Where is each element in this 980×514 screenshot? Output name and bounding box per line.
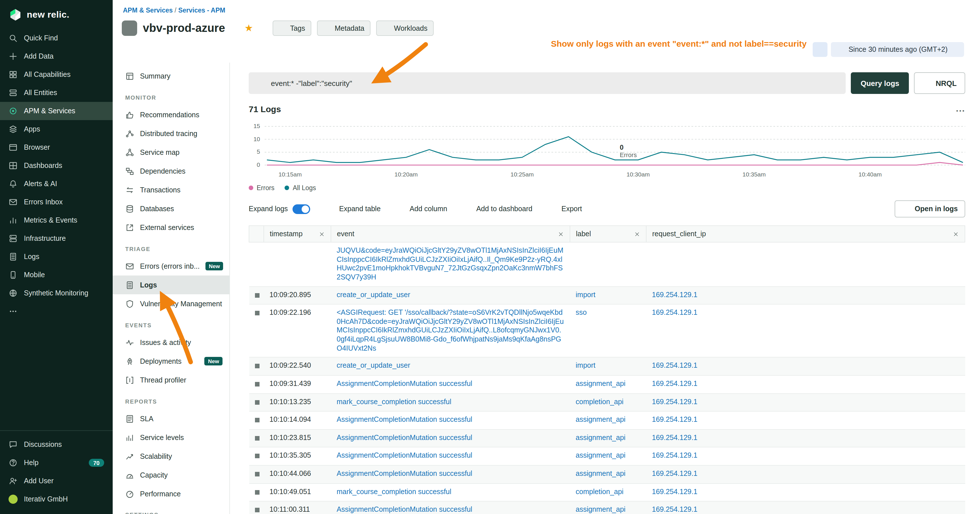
title-chevron-down-icon[interactable] xyxy=(231,25,238,32)
label-link[interactable]: assignment_api xyxy=(576,506,625,514)
row-marker[interactable] xyxy=(255,418,259,422)
subnav-item-service-map[interactable]: Service map xyxy=(113,143,229,162)
sidebar-item-quick-find[interactable]: Quick Find xyxy=(0,29,113,47)
sidebar-item-errors-inbox[interactable]: Errors Inbox xyxy=(0,193,113,211)
row-marker[interactable] xyxy=(255,436,259,441)
permalink-icon[interactable] xyxy=(958,7,967,16)
subnav-item-distributed-tracing[interactable]: Distributed tracing xyxy=(113,124,229,143)
label-link[interactable]: import xyxy=(576,291,595,299)
sidebar-item-browser[interactable]: Browser xyxy=(0,138,113,156)
legend-item-errors[interactable]: Errors xyxy=(249,185,275,191)
subnav-item-service-levels[interactable]: Service levels xyxy=(113,428,229,447)
event-link[interactable]: mark_course_completion successful xyxy=(337,487,451,495)
event-link[interactable]: AssignmentCompletionMutation successful xyxy=(337,380,473,388)
favorite-star-icon[interactable]: ★ xyxy=(245,23,253,33)
event-link[interactable]: AssignmentCompletionMutation successful xyxy=(337,415,473,423)
ip-link[interactable]: 169.254.129.1 xyxy=(652,487,697,495)
query-logs-button[interactable]: Query logs xyxy=(851,72,909,94)
breadcrumb-services-apm[interactable]: Services - APM xyxy=(178,7,225,14)
label-link[interactable]: completion_api xyxy=(576,398,624,406)
ip-link[interactable]: 169.254.129.1 xyxy=(652,380,697,388)
subnav-item-issues-activity[interactable]: Issues & activity xyxy=(113,333,229,352)
row-marker[interactable] xyxy=(255,364,259,369)
legend-item-all-logs[interactable]: All Logs xyxy=(285,185,316,191)
event-link[interactable]: <ASGIRequest: GET '/sso/callback/?state=… xyxy=(337,309,564,352)
ip-link[interactable]: 169.254.129.1 xyxy=(652,398,697,406)
label-link[interactable]: assignment_api xyxy=(576,380,625,388)
subnav-item-recommendations[interactable]: Recommendations xyxy=(113,105,229,124)
add-column-button[interactable]: Add column xyxy=(397,205,447,213)
event-link[interactable]: mark_course_completion successful xyxy=(337,398,451,406)
sidebar-item-synthetic-monitoring[interactable]: Synthetic Monitoring xyxy=(0,284,113,302)
label-link[interactable]: assignment_api xyxy=(576,434,625,442)
subnav-item-summary[interactable]: Summary xyxy=(113,67,229,85)
sidebar-item-mobile[interactable]: Mobile xyxy=(0,266,113,284)
row-marker[interactable] xyxy=(255,490,259,494)
ip-link[interactable]: 169.254.129.1 xyxy=(652,452,697,460)
subnav-item-external-services[interactable]: External services xyxy=(113,218,229,237)
sidebar-item-all-capabilities[interactable]: All Capabilities xyxy=(0,65,113,84)
ip-link[interactable]: 169.254.129.1 xyxy=(652,506,697,514)
label-link[interactable]: assignment_api xyxy=(576,415,625,423)
subnav-item-errors-errors-inb[interactable]: Errors (errors inb...New xyxy=(113,257,229,275)
expand-table-button[interactable]: Expand table xyxy=(326,205,381,213)
ip-link[interactable]: 169.254.129.1 xyxy=(652,291,697,299)
row-marker[interactable] xyxy=(255,508,259,512)
metadata-button[interactable]: Metadata xyxy=(317,21,371,36)
nrql-button[interactable]: NRQL xyxy=(914,72,965,94)
sidebar-item-alerts-ai[interactable]: Alerts & AI xyxy=(0,175,113,193)
ip-link[interactable]: 169.254.129.1 xyxy=(652,362,697,370)
column-close-timestamp[interactable] xyxy=(319,231,325,237)
label-link[interactable]: completion_api xyxy=(576,487,624,495)
sidebar-item-dashboards[interactable]: Dashboards xyxy=(0,156,113,175)
sidebar-footer-iterativ-gmbh[interactable]: Iterativ GmbH xyxy=(0,490,113,508)
label-link[interactable]: import xyxy=(576,362,595,370)
row-marker[interactable] xyxy=(255,472,259,476)
tags-button[interactable]: Tags xyxy=(272,21,311,36)
log-search-bar[interactable] xyxy=(249,72,846,94)
new-relic-logo[interactable]: new relic. xyxy=(0,0,113,29)
event-link[interactable]: create_or_update_user xyxy=(337,291,410,299)
sidebar-footer-discussions[interactable]: Discussions xyxy=(0,436,113,454)
sidebar-item-apm-services[interactable]: APM & Services xyxy=(0,102,113,120)
row-marker[interactable] xyxy=(255,454,259,458)
subnav-item-deployments[interactable]: DeploymentsNew xyxy=(113,352,229,371)
ip-link[interactable]: 169.254.129.1 xyxy=(652,309,697,317)
sidebar-item-item[interactable] xyxy=(0,302,113,320)
sidebar-item-all-entities[interactable]: All Entities xyxy=(0,84,113,102)
subnav-item-vulnerability-management[interactable]: Vulnerability Management xyxy=(113,294,229,313)
label-link[interactable]: assignment_api xyxy=(576,469,625,477)
column-close-request-client-ip[interactable] xyxy=(953,231,959,237)
subnav-item-transactions[interactable]: Transactions xyxy=(113,180,229,199)
sidebar-item-infrastructure[interactable]: Infrastructure xyxy=(0,229,113,248)
time-back-button[interactable] xyxy=(813,42,827,57)
label-link[interactable]: sso xyxy=(576,309,587,317)
ip-link[interactable]: 169.254.129.1 xyxy=(652,415,697,423)
subnav-item-databases[interactable]: Databases xyxy=(113,199,229,218)
sidebar-footer-add-user[interactable]: Add User xyxy=(0,472,113,490)
row-marker[interactable] xyxy=(255,400,259,404)
event-link[interactable]: JUQVU&code=eyJraWQiOiJjcGltY29yZV8wOTl1M… xyxy=(337,247,563,281)
subnav-item-dependencies[interactable]: Dependencies xyxy=(113,162,229,180)
breadcrumb-apm-services[interactable]: APM & Services xyxy=(123,7,173,14)
label-link[interactable]: assignment_api xyxy=(576,452,625,460)
subnav-item-sla[interactable]: SLA xyxy=(113,409,229,428)
subnav-item-scalability[interactable]: Scalability xyxy=(113,447,229,466)
event-link[interactable]: AssignmentCompletionMutation successful xyxy=(337,452,473,460)
subnav-item-logs[interactable]: Logs xyxy=(113,275,229,294)
event-link[interactable]: AssignmentCompletionMutation successful xyxy=(337,469,473,477)
export-button[interactable]: Export xyxy=(548,205,582,213)
open-in-logs-button[interactable]: Open in logs xyxy=(895,201,965,218)
sidebar-item-logs[interactable]: Logs xyxy=(0,248,113,266)
time-range-picker[interactable]: Since 30 minutes ago (GMT+2) xyxy=(831,42,964,57)
ip-link[interactable]: 169.254.129.1 xyxy=(652,434,697,442)
event-link[interactable]: AssignmentCompletionMutation successful xyxy=(337,434,473,442)
row-marker[interactable] xyxy=(255,382,259,387)
time-forward-button[interactable] xyxy=(967,46,975,54)
log-query-input[interactable] xyxy=(270,78,825,88)
row-marker[interactable] xyxy=(255,311,259,315)
add-to-dashboard-button[interactable]: Add to dashboard xyxy=(463,205,532,213)
clear-query-icon[interactable] xyxy=(830,79,838,88)
sidebar-item-apps[interactable]: Apps xyxy=(0,120,113,138)
subnav-item-capacity[interactable]: Capacity xyxy=(113,466,229,484)
